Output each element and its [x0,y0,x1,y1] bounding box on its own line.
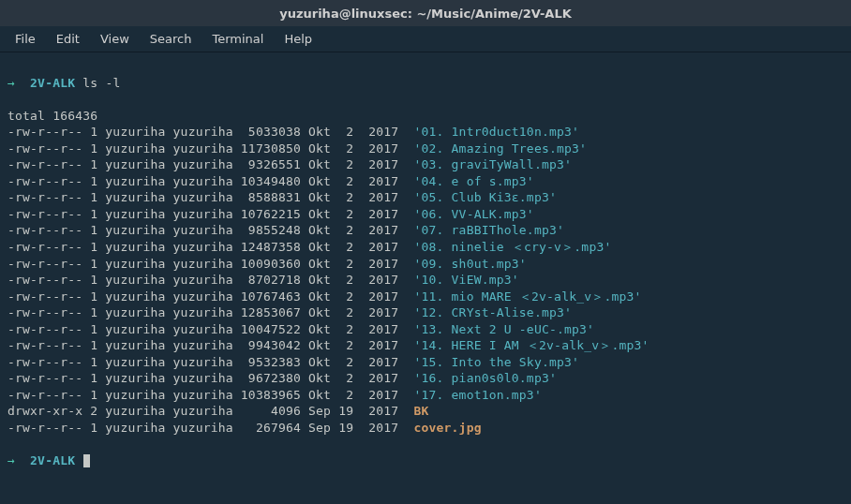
prompt-line: → 2V-ALK ls -l [7,75,844,92]
file-name: '12. CRYst-Alise.mp3' [413,305,572,319]
list-item: -rw-r--r-- 1 yuzuriha yuzuriha 8588831 O… [7,189,844,206]
file-meta: -rw-r--r-- 1 yuzuriha yuzuriha 10383965 … [7,388,413,402]
list-item: -rw-r--r-- 1 yuzuriha yuzuriha 10047522 … [7,321,844,338]
file-meta: -rw-r--r-- 1 yuzuriha yuzuriha 8588831 O… [7,190,413,204]
file-name: '13. Next 2 U -eUC-.mp3' [413,322,594,336]
file-name: '01. 1ntr0duct10n.mp3' [413,125,579,139]
file-meta: -rw-r--r-- 1 yuzuriha yuzuriha 267964 Se… [7,421,413,435]
file-name: '07. raBBIThole.mp3' [413,223,564,237]
terminal-output[interactable]: → 2V-ALK ls -l total 166436 -rw-r--r-- 1… [0,52,851,491]
menu-help[interactable]: Help [275,28,321,50]
file-meta: -rw-r--r-- 1 yuzuriha yuzuriha 9672380 O… [7,371,413,385]
file-name: '10. ViEW.mp3' [413,273,518,287]
file-meta: -rw-r--r-- 1 yuzuriha yuzuriha 9855248 O… [7,223,413,237]
file-meta: -rw-r--r-- 1 yuzuriha yuzuriha 12487358 … [7,240,413,254]
file-name: '09. sh0ut.mp3' [413,257,526,271]
file-meta: -rw-r--r-- 1 yuzuriha yuzuriha 9532383 O… [7,355,413,369]
file-name: '05. Club Ki3ε.mp3' [413,190,557,204]
file-meta: -rw-r--r-- 1 yuzuriha yuzuriha 9943042 O… [7,338,413,352]
ls-listing: -rw-r--r-- 1 yuzuriha yuzuriha 5033038 O… [7,124,844,436]
file-name: '17. emot1on.mp3' [413,388,541,402]
cursor-icon [83,454,90,467]
menu-edit[interactable]: Edit [47,28,89,50]
menu-view[interactable]: View [91,28,139,50]
dir-name: BK [413,404,428,418]
file-name: cover.jpg [413,421,481,435]
list-item: -rw-r--r-- 1 yuzuriha yuzuriha 9326551 O… [7,156,844,173]
file-name: '15. Into the Sky.mp3' [413,355,579,369]
file-meta: -rw-r--r-- 1 yuzuriha yuzuriha 10047522 … [7,322,413,336]
file-name: '02. Amazing Trees.mp3' [413,141,587,156]
list-item: -rw-r--r-- 1 yuzuriha yuzuriha 9672380 O… [7,370,844,387]
file-meta: -rw-r--r-- 1 yuzuriha yuzuriha 8702718 O… [7,273,413,287]
file-meta: -rw-r--r-- 1 yuzuriha yuzuriha 10762215 … [7,207,413,221]
prompt-command: ls -l [82,76,120,90]
window-titlebar: yuzuriha@linuxsec: ~/Music/Anime/2V-ALK [0,0,851,26]
list-item: -rw-r--r-- 1 yuzuriha yuzuriha 10090360 … [7,256,844,273]
file-meta: -rw-r--r-- 1 yuzuriha yuzuriha 10090360 … [7,257,413,271]
file-name: '16. pian0s0l0.mp3' [413,371,557,385]
file-meta: -rw-r--r-- 1 yuzuriha yuzuriha 10767463 … [7,289,413,304]
file-name: '14. HERE I AM ＜2v-alk_v＞.mp3' [413,338,649,352]
list-item: -rw-r--r-- 1 yuzuriha yuzuriha 9532383 O… [7,354,844,371]
list-item: -rw-r--r-- 1 yuzuriha yuzuriha 8702718 O… [7,272,844,289]
file-meta: drwxr-xr-x 2 yuzuriha yuzuriha 4096 Sep … [7,404,413,418]
ls-total: total 166436 [7,109,97,123]
list-item: -rw-r--r-- 1 yuzuriha yuzuriha 11730850 … [7,141,844,157]
list-item: -rw-r--r-- 1 yuzuriha yuzuriha 9855248 O… [7,222,844,239]
file-name: '04. e of s.mp3' [413,174,533,188]
file-name: '03. graviTyWall.mp3' [413,157,572,171]
prompt-line-current: → 2V-ALK [7,452,844,469]
list-item: -rw-r--r-- 1 yuzuriha yuzuriha 10767463 … [7,289,844,305]
file-meta: -rw-r--r-- 1 yuzuriha yuzuriha 5033038 O… [7,125,413,139]
file-name: '08. ninelie ＜cry-v＞.mp3' [413,240,611,254]
list-item: -rw-r--r-- 1 yuzuriha yuzuriha 10383965 … [7,387,844,404]
file-meta: -rw-r--r-- 1 yuzuriha yuzuriha 10349480 … [7,174,413,188]
file-name: '11. mio MARE ＜2v-alk_v＞.mp3' [413,289,641,304]
list-item: drwxr-xr-x 2 yuzuriha yuzuriha 4096 Sep … [7,403,844,420]
list-item: -rw-r--r-- 1 yuzuriha yuzuriha 12487358 … [7,239,844,256]
file-name: '06. VV-ALK.mp3' [413,207,533,221]
prompt-arrow-icon: → [7,76,15,90]
prompt-cwd: 2V-ALK [30,453,75,467]
list-item: -rw-r--r-- 1 yuzuriha yuzuriha 267964 Se… [7,420,844,437]
prompt-cwd: 2V-ALK [30,76,75,90]
menu-terminal[interactable]: Terminal [202,28,273,50]
menu-search[interactable]: Search [141,28,202,50]
prompt-arrow-icon: → [7,453,15,467]
list-item: -rw-r--r-- 1 yuzuriha yuzuriha 5033038 O… [7,124,844,141]
list-item: -rw-r--r-- 1 yuzuriha yuzuriha 10762215 … [7,206,844,223]
menu-file[interactable]: File [6,28,45,50]
file-meta: -rw-r--r-- 1 yuzuriha yuzuriha 11730850 … [7,141,413,156]
list-item: -rw-r--r-- 1 yuzuriha yuzuriha 9943042 O… [7,337,844,354]
menubar: File Edit View Search Terminal Help [0,26,851,52]
list-item: -rw-r--r-- 1 yuzuriha yuzuriha 12853067 … [7,304,844,321]
file-meta: -rw-r--r-- 1 yuzuriha yuzuriha 9326551 O… [7,157,413,171]
list-item: -rw-r--r-- 1 yuzuriha yuzuriha 10349480 … [7,173,844,190]
file-meta: -rw-r--r-- 1 yuzuriha yuzuriha 12853067 … [7,305,413,319]
window-title: yuzuriha@linuxsec: ~/Music/Anime/2V-ALK [279,7,572,21]
